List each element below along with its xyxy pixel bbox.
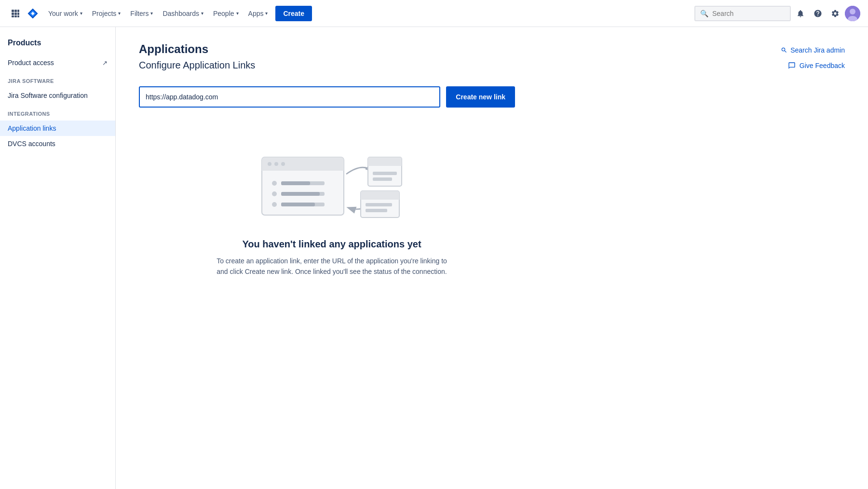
svg-rect-4 bbox=[14, 13, 17, 15]
sidebar-item-product-access[interactable]: Product access ↗ bbox=[0, 55, 115, 70]
svg-rect-7 bbox=[14, 15, 17, 17]
svg-rect-5 bbox=[17, 13, 19, 15]
empty-state-description: To create an application link, enter the… bbox=[211, 256, 452, 277]
create-new-link-button[interactable]: Create new link bbox=[446, 86, 515, 108]
url-input-row: Create new link bbox=[139, 86, 515, 108]
svg-rect-30 bbox=[373, 172, 397, 175]
sidebar-item-dvcs-accounts[interactable]: DVCS accounts bbox=[0, 136, 115, 151]
give-feedback-label: Give Feedback bbox=[800, 62, 845, 69]
svg-point-10 bbox=[850, 9, 855, 14]
sidebar-products-heading: Products bbox=[0, 35, 115, 55]
svg-point-18 bbox=[272, 181, 277, 186]
page-title: Applications bbox=[139, 42, 255, 56]
svg-rect-0 bbox=[12, 10, 14, 12]
empty-illustration bbox=[255, 146, 409, 223]
svg-rect-31 bbox=[373, 177, 392, 181]
svg-rect-29 bbox=[368, 161, 402, 166]
svg-rect-20 bbox=[281, 181, 310, 185]
chevron-down-icon: ▾ bbox=[150, 11, 153, 16]
chevron-down-icon: ▾ bbox=[236, 11, 239, 16]
sidebar-item-jira-software-config[interactable]: Jira Software configuration bbox=[0, 88, 115, 103]
nav-filters[interactable]: Filters ▾ bbox=[126, 6, 157, 21]
product-access-label: Product access bbox=[8, 59, 54, 67]
search-icon: 🔍 bbox=[700, 10, 708, 17]
avatar[interactable] bbox=[845, 6, 860, 21]
svg-rect-6 bbox=[12, 15, 14, 17]
svg-point-17 bbox=[281, 162, 285, 166]
chevron-down-icon: ▾ bbox=[80, 11, 82, 16]
search-input[interactable] bbox=[712, 10, 785, 17]
search-jira-admin[interactable]: Search Jira admin bbox=[781, 46, 845, 54]
chevron-down-icon: ▾ bbox=[265, 11, 268, 16]
logo[interactable] bbox=[25, 6, 41, 21]
settings-button[interactable] bbox=[827, 6, 843, 21]
svg-rect-26 bbox=[281, 203, 315, 206]
svg-rect-8 bbox=[17, 15, 19, 17]
nav-your-work[interactable]: Your work ▾ bbox=[44, 6, 86, 21]
sidebar-item-application-links[interactable]: Application links bbox=[0, 121, 115, 136]
svg-point-21 bbox=[272, 191, 277, 196]
top-navigation: Your work ▾ Projects ▾ Filters ▾ Dashboa… bbox=[0, 0, 868, 27]
application-links-label: Application links bbox=[8, 124, 56, 132]
main-content: Applications Configure Application Links… bbox=[116, 27, 868, 489]
svg-rect-1 bbox=[14, 10, 17, 12]
sidebar: Products Product access ↗ JIRA SOFTWARE … bbox=[0, 27, 116, 489]
nav-people[interactable]: People ▾ bbox=[209, 6, 243, 21]
notifications-button[interactable] bbox=[793, 6, 808, 21]
help-button[interactable] bbox=[810, 6, 826, 21]
integrations-section-heading: INTEGRATIONS bbox=[0, 103, 115, 121]
svg-rect-14 bbox=[262, 165, 344, 171]
chevron-down-icon: ▾ bbox=[118, 11, 121, 16]
svg-rect-35 bbox=[366, 203, 392, 206]
url-input[interactable] bbox=[139, 86, 440, 108]
page-layout: Products Product access ↗ JIRA SOFTWARE … bbox=[0, 27, 868, 489]
nav-apps[interactable]: Apps ▾ bbox=[244, 6, 272, 21]
page-subtitle: Configure Application Links bbox=[139, 60, 255, 71]
create-button[interactable]: Create bbox=[275, 6, 312, 21]
search-bar[interactable]: 🔍 bbox=[694, 6, 791, 21]
grid-icon[interactable] bbox=[8, 6, 23, 21]
external-link-icon: ↗ bbox=[102, 59, 108, 67]
svg-rect-34 bbox=[361, 195, 399, 200]
svg-point-15 bbox=[268, 162, 271, 166]
svg-rect-2 bbox=[17, 10, 19, 12]
search-admin-label: Search Jira admin bbox=[790, 46, 845, 54]
dvcs-accounts-label: DVCS accounts bbox=[8, 140, 55, 148]
jira-software-section-heading: JIRA SOFTWARE bbox=[0, 70, 115, 88]
svg-rect-23 bbox=[281, 192, 320, 196]
svg-rect-36 bbox=[366, 209, 387, 212]
svg-point-16 bbox=[274, 162, 278, 166]
empty-state: You haven't linked any applications yet … bbox=[139, 131, 525, 293]
chevron-down-icon: ▾ bbox=[201, 11, 203, 16]
svg-point-24 bbox=[272, 202, 277, 207]
give-feedback-link[interactable]: Give Feedback bbox=[788, 62, 845, 69]
nav-projects[interactable]: Projects ▾ bbox=[88, 6, 125, 21]
jira-software-config-label: Jira Software configuration bbox=[8, 92, 88, 99]
nav-dashboards[interactable]: Dashboards ▾ bbox=[159, 6, 207, 21]
svg-rect-3 bbox=[12, 13, 14, 15]
empty-state-title: You haven't linked any applications yet bbox=[242, 239, 421, 250]
